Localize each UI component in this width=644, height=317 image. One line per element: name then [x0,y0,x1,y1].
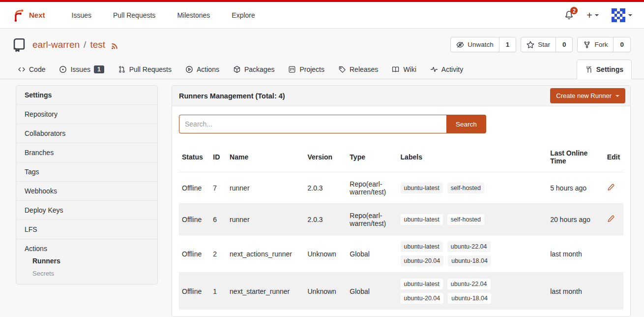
notifications-button[interactable]: 2 [564,10,574,20]
plus-icon: + [586,10,592,20]
star-button[interactable]: Star [521,37,556,52]
runners-table: Status ID Name Version Type Labels Last … [179,142,623,310]
repo-owner-link[interactable]: earl-warren [32,39,80,50]
runner-edit-cell [604,235,623,273]
chevron-down-icon [595,14,599,16]
runner-version: 2.0.3 [305,172,347,204]
search-button[interactable]: Search [446,115,486,133]
edit-pencil-icon[interactable] [607,215,615,222]
table-row: Offline 1 next_starter_runner Unknown Gl… [179,273,623,310]
navbar-right: 2 + [564,8,632,22]
nav-item-milestones[interactable]: Milestones [168,7,219,23]
edit-pencil-icon[interactable] [607,184,615,191]
header-type: Type [347,142,397,172]
issue-opened-icon [59,65,67,73]
tab-activity[interactable]: Activity [425,60,468,79]
stars-count[interactable]: 0 [556,37,573,52]
header-edit: Edit [604,142,623,172]
label-chip: ubuntu-latest [401,279,443,289]
tab-code[interactable]: Code [12,60,51,79]
runner-last-online: 5 hours ago [547,172,604,204]
sidebar-item-tags[interactable]: Tags [16,162,157,181]
repo-tabbar: Code Issues 1 [0,60,644,79]
page-title: Runners Management (Total: 4) [179,92,285,100]
sidebar-item-lfs[interactable]: LFS [16,220,157,239]
runner-type: Repo(earl-warren/test) [347,172,397,204]
user-menu[interactable] [612,8,632,22]
settings-content: Settings Repository Collaborators Branch… [0,79,644,317]
tab-pull-requests[interactable]: Pull Requests [113,60,177,79]
tab-pull-requests-label: Pull Requests [129,65,172,73]
runner-type: Global [347,235,397,273]
header-name: Name [227,142,304,172]
table-row: Offline 2 next_actions_runner Unknown Gl… [179,235,623,273]
tab-packages[interactable]: Packages [228,60,280,79]
sidebar-item-deploy-keys[interactable]: Deploy Keys [16,200,157,220]
label-chip: ubuntu-latest [401,183,443,193]
brand-label: Next [29,11,45,19]
rss-feed-icon[interactable] [110,41,119,50]
tools-icon [585,65,593,73]
runner-name: runner [227,172,304,204]
fork-icon [583,41,591,49]
sidebar-item-actions[interactable]: Actions [16,239,157,254]
create-new-runner-label: Create new Runner [556,92,612,99]
repo-book-icon [12,37,27,52]
runner-edit-cell [604,204,623,235]
runners-panel-body: Search Status ID Name Version Type Label… [172,106,630,317]
label-chip: self-hosted [447,183,484,193]
runner-name: next_actions_runner [227,235,304,273]
runner-status: Offline [179,273,210,310]
label-chip: ubuntu-latest [401,241,443,252]
search-input[interactable] [179,115,446,133]
sidebar-item-secrets[interactable]: Secrets [16,267,157,280]
header-last-online-time: Last Online Time [547,142,604,172]
page-content: earl-warren / test [0,29,644,317]
pull-request-icon [118,65,126,73]
forgejo-logo-brand[interactable]: Next [12,8,45,22]
runner-id: 1 [210,273,227,310]
label-chip: ubuntu-18.04 [448,255,491,266]
page: Next Issues Pull Requests Milestones Exp… [0,0,644,317]
top-navbar: Next Issues Pull Requests Milestones Exp… [0,2,644,29]
tab-settings[interactable]: Settings [577,60,632,79]
runner-id: 7 [210,172,227,204]
play-circle-icon [185,65,193,73]
runner-version: Unknown [305,235,347,273]
sidebar-item-runners[interactable]: Runners [16,254,157,267]
create-new-dropdown[interactable]: + [586,10,599,20]
sidebar-item-repository[interactable]: Repository [16,104,157,124]
nav-item-pull-requests[interactable]: Pull Requests [104,7,164,23]
repo-separator: / [84,39,86,50]
unwatch-label: Unwatch [468,41,494,48]
table-row: Offline 7 runner 2.0.3 Repo(earl-warren/… [179,172,623,204]
tab-issues[interactable]: Issues 1 [54,60,109,79]
settings-sidebar: Settings Repository Collaborators Branch… [16,85,158,285]
header-status: Status [179,142,210,172]
chevron-down-icon [615,95,619,97]
forks-count[interactable]: 0 [613,37,630,52]
tab-actions[interactable]: Actions [180,60,225,79]
code-icon [18,65,26,73]
nav-item-explore[interactable]: Explore [223,7,263,23]
forgejo-logo-icon [12,8,25,22]
runner-last-online: 20 hours ago [547,204,604,235]
sidebar-header-settings: Settings [16,86,157,104]
table-row: Offline 6 runner 2.0.3 Repo(earl-warren/… [179,204,623,235]
tab-wiki[interactable]: Wiki [386,60,421,79]
create-new-runner-button[interactable]: Create new Runner [550,88,625,103]
sidebar-item-webhooks[interactable]: Webhooks [16,181,157,200]
tab-releases[interactable]: Releases [333,60,383,79]
sidebar-item-collaborators[interactable]: Collaborators [16,124,157,143]
sidebar-item-branches[interactable]: Branches [16,143,157,162]
repo-header: earl-warren / test [0,29,644,52]
repo-action-buttons: Unwatch 1 Star 0 [450,37,631,52]
tab-activity-label: Activity [441,65,463,73]
nav-item-issues[interactable]: Issues [63,7,100,23]
tab-projects[interactable]: Projects [283,60,330,79]
repo-name-link[interactable]: test [90,39,105,50]
unwatch-button[interactable]: Unwatch [451,37,499,52]
tab-actions-label: Actions [197,65,219,73]
watchers-count[interactable]: 1 [499,37,516,52]
fork-button[interactable]: Fork [578,37,613,52]
